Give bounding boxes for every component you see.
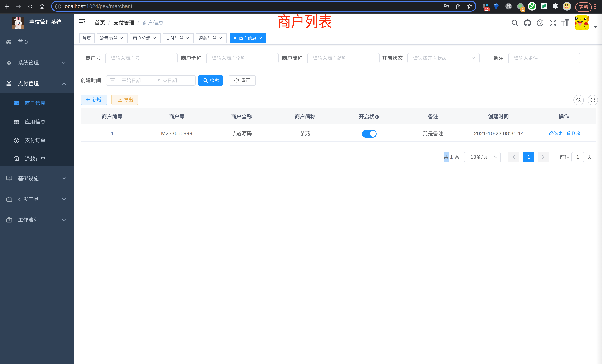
svg-text:1: 1 [522, 8, 524, 11]
svg-text:10: 10 [485, 8, 489, 11]
